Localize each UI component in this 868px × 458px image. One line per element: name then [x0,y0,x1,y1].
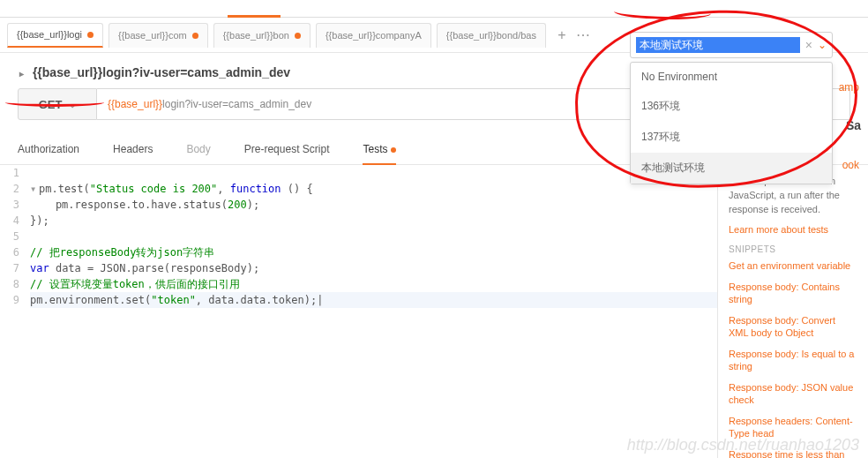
snippet-link[interactable]: Response body: JSON value check [729,381,857,406]
editor-gutter: 123456789 [0,165,26,308]
top-nav-strip [0,0,868,18]
request-name-text: {{base_url}}login?iv-user=cams_admin_dev [33,65,290,79]
snippet-link[interactable]: Get an environment variable [729,259,857,272]
tab-label: {{base_url}}com [118,30,187,41]
unsaved-dot-icon [391,147,396,153]
request-tab[interactable]: {{base_url}}logi [7,23,103,48]
environment-selector: × ⌄ No Environment136环境137环境本地测试环境 [630,32,833,184]
cookies-link[interactable]: ook [842,159,859,171]
collapse-caret-icon[interactable]: ▸ [19,69,24,79]
unsaved-dot-icon [87,32,94,38]
unsaved-dot-icon [295,33,301,39]
annotation-underline [5,98,104,107]
environment-dropdown: No Environment136环境137环境本地测试环境 [630,62,833,184]
learn-more-link[interactable]: Learn more about tests [729,223,857,236]
tab-pre-request-script[interactable]: Pre-request Script [244,134,346,164]
unsaved-dot-icon [192,33,198,39]
tab-tests[interactable]: Tests [363,134,412,164]
snippet-link[interactable]: Response body: Contains string [729,281,857,305]
tab-body[interactable]: Body [186,134,226,164]
tab-label: {{base_url}}logi [17,29,82,40]
environment-clear-icon[interactable]: × [800,38,818,52]
environment-option[interactable]: 136环境 [631,91,832,122]
url-base-var: {{base_url}} [108,98,162,110]
main-area: 123456789 ▾pm.test("Status code is 200",… [0,165,868,458]
request-tab[interactable]: {{base_url}}companyA [316,23,431,48]
tab-label: {{base_url}}companyA [326,30,422,41]
tab-overflow-button[interactable]: ⋯ [572,25,594,46]
environment-caret-icon[interactable]: ⌄ [818,39,827,51]
snippets-heading: SNIPPETS [729,244,857,254]
tab-label: {{base_url}}bond/bas [446,30,536,41]
environment-option[interactable]: 本地测试环境 [631,153,832,184]
url-path: login?iv-user=cams_admin_dev [162,98,311,110]
environment-option[interactable]: No Environment [631,63,832,91]
tab-headers[interactable]: Headers [113,134,168,164]
request-tab[interactable]: {{base_url}}com [108,23,208,48]
request-tab[interactable]: {{base_url}}bond/bas [437,23,546,48]
tab-authorization[interactable]: Authorization [18,134,95,164]
editor-code[interactable]: ▾pm.test("Status code is 200", function … [26,165,717,308]
environment-search-input[interactable] [636,37,800,53]
environment-input-wrap[interactable]: × ⌄ [630,32,833,58]
new-tab-button[interactable]: + [551,25,572,46]
watermark: http://blog.csdn.net/ruanhao1203 [627,436,859,454]
request-tab[interactable]: {{base_url}}bon [213,23,311,48]
snippet-link[interactable]: Response body: Is equal to a string [729,348,857,372]
tests-editor[interactable]: 123456789 ▾pm.test("Status code is 200",… [0,165,718,458]
examples-link[interactable]: amp [839,81,859,94]
save-button[interactable]: Sa [846,118,861,132]
tab-label: {{base_url}}bon [223,30,289,41]
environment-option[interactable]: 137环境 [631,122,832,153]
snippets-sidebar: Test scripts are written in JavaScript, … [718,165,868,458]
snippet-link[interactable]: Response body: Convert XML body to Objec… [729,314,857,339]
